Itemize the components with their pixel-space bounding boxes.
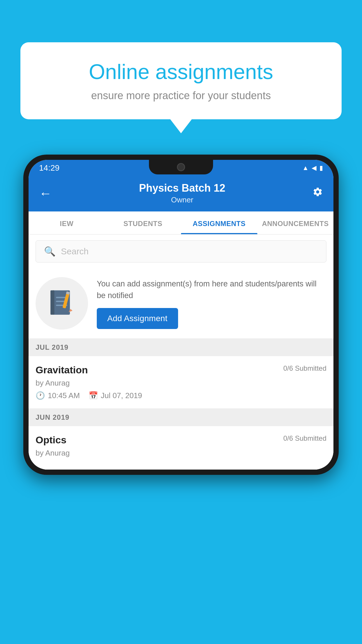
assignment-gravitation-author: by Anurag	[36, 379, 326, 388]
back-button[interactable]: ←	[39, 186, 52, 201]
phone-screen: 14:29 ▲ ◀ ▮ ← Physics Batch 12 Owner	[29, 160, 333, 470]
assignment-gravitation-date: 📅 Jul 07, 2019	[89, 391, 142, 400]
promo-content: You can add assignment(s) from here and …	[97, 278, 326, 329]
phone-notch	[149, 160, 213, 174]
assignment-gravitation[interactable]: Gravitation 0/6 Submitted by Anurag 🕐 10…	[29, 356, 333, 409]
tab-announcements[interactable]: ANNOUNCEMENTS	[257, 211, 334, 234]
status-time: 14:29	[39, 163, 59, 173]
search-bar[interactable]: 🔍 Search	[36, 240, 326, 262]
assignment-gravitation-submitted: 0/6 Submitted	[283, 364, 326, 372]
section-jun-2019-header: JUN 2019	[29, 409, 333, 426]
tabs-container: IEW STUDENTS ASSIGNMENTS ANNOUNCEMENTS	[29, 211, 333, 235]
phone-frame: 14:29 ▲ ◀ ▮ ← Physics Batch 12 Owner	[23, 155, 339, 644]
app-header: ← Physics Batch 12 Owner	[29, 176, 333, 211]
settings-button[interactable]	[312, 187, 323, 200]
assignment-gravitation-time: 🕐 10:45 AM	[36, 391, 80, 400]
phone-camera	[177, 163, 185, 171]
tab-assignments[interactable]: ASSIGNMENTS	[181, 211, 257, 234]
calendar-icon: 📅	[89, 391, 98, 400]
clock-icon: 🕐	[36, 391, 45, 400]
header-center: Physics Batch 12 Owner	[52, 182, 312, 204]
assignment-gravitation-name: Gravitation	[36, 364, 88, 376]
section-jun-2019-label: JUN 2019	[36, 413, 69, 421]
promo-icon-circle	[36, 277, 88, 330]
header-subtitle: Owner	[52, 195, 312, 204]
notebook-icon	[49, 289, 75, 318]
speech-bubble-title: Online assignments	[41, 60, 321, 84]
assignment-optics-author: by Anurag	[36, 449, 326, 458]
speech-bubble-subtitle: ensure more practice for your students	[41, 90, 321, 102]
battery-icon: ▮	[319, 164, 323, 172]
promo-section: You can add assignment(s) from here and …	[29, 268, 333, 339]
tab-students[interactable]: STUDENTS	[105, 211, 181, 234]
add-assignment-button[interactable]: Add Assignment	[97, 308, 178, 329]
promo-text: You can add assignment(s) from here and …	[97, 278, 326, 302]
wifi-icon: ▲	[302, 164, 309, 172]
search-container: 🔍 Search	[29, 235, 333, 268]
header-title: Physics Batch 12	[52, 182, 312, 194]
assignment-optics[interactable]: Optics 0/6 Submitted by Anurag	[29, 426, 333, 470]
tab-overview[interactable]: IEW	[29, 211, 105, 234]
phone-outer: 14:29 ▲ ◀ ▮ ← Physics Batch 12 Owner	[23, 155, 339, 475]
assignment-gravitation-top: Gravitation 0/6 Submitted	[36, 364, 326, 376]
assignment-optics-submitted: 0/6 Submitted	[283, 434, 326, 442]
speech-bubble: Online assignments ensure more practice …	[20, 42, 342, 119]
svg-rect-1	[50, 290, 54, 315]
status-icons: ▲ ◀ ▮	[302, 164, 323, 172]
section-jul-2019-label: JUL 2019	[36, 343, 68, 351]
section-jul-2019-header: JUL 2019	[29, 339, 333, 356]
search-icon: 🔍	[44, 246, 56, 257]
assignment-gravitation-meta: 🕐 10:45 AM 📅 Jul 07, 2019	[36, 391, 326, 400]
search-placeholder: Search	[61, 246, 89, 256]
assignment-optics-top: Optics 0/6 Submitted	[36, 434, 326, 446]
assignment-optics-name: Optics	[36, 434, 66, 446]
speech-bubble-container: Online assignments ensure more practice …	[20, 42, 342, 119]
signal-icon: ◀	[312, 164, 317, 172]
